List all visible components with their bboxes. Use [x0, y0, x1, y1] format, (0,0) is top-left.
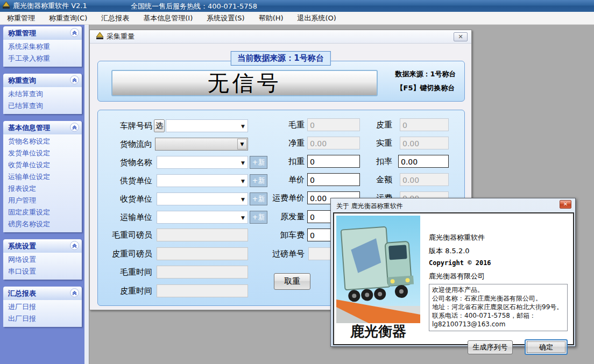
group-body: 系统采集称重 手工录入称重 — [3, 40, 82, 67]
collapse-icon[interactable] — [70, 288, 79, 299]
sidebar-item-shipper[interactable]: 发货单位设定 — [8, 147, 82, 159]
sidebar-group-summary-report: 汇总报表 进厂日报 出厂日报 — [3, 287, 82, 327]
flow-label: 货物流向 — [95, 137, 152, 151]
plate-combo[interactable]: ▼ — [166, 119, 248, 132]
dropdown-icon: ▼ — [241, 215, 245, 220]
collapse-icon[interactable] — [70, 75, 79, 86]
group-title: 称重查询 — [8, 76, 36, 85]
sidebar-group-header[interactable]: 称重查询 — [3, 74, 82, 87]
collapse-icon[interactable] — [70, 123, 79, 133]
gross-operator-label: 毛重司磅员 — [95, 228, 152, 242]
menu-help[interactable]: 帮助(H) — [252, 12, 291, 25]
source-info-text: 数据来源：1号称台 — [387, 69, 464, 79]
ok-button[interactable]: 确定 — [525, 339, 568, 355]
app-logo-icon — [2, 2, 10, 10]
about-dialog: 关于 鹿光衡器称重软件 ✕ — [330, 198, 576, 347]
signal-panel: 无信号 数据来源：1号称台 【F5】键切换称台 — [97, 61, 465, 102]
sidebar-item-outbound-daily[interactable]: 出厂日报 — [8, 313, 82, 325]
group-title: 汇总报表 — [8, 289, 36, 298]
sidebar-item-settled-query[interactable]: 已结算查询 — [8, 100, 82, 112]
sidebar: 称重管理 系统采集称重 手工录入称重 称重查询 未结算查询 已结算查询 基本信息… — [0, 25, 84, 364]
actual-field: 0.00 — [400, 137, 449, 149]
titlebar: 鹿光衡器称重软件 V2.1 全国统一售后服务热线：400-071-5758 — [0, 0, 594, 12]
about-dialog-body: 鹿光衡器 鹿光衡器称重软件 版本 8.5.2.0 Copyright © 201… — [333, 212, 574, 345]
tare-time-field — [157, 284, 248, 297]
sidebar-item-inbound-daily[interactable]: 进厂日报 — [8, 301, 82, 313]
sidebar-group-header[interactable]: 汇总报表 — [3, 287, 82, 300]
menu-weigh-mgmt[interactable]: 称重管理 — [0, 12, 42, 25]
generate-serial-button[interactable]: 生成序列号 — [468, 340, 513, 354]
sidebar-item-fixed-tare[interactable]: 固定皮重设定 — [8, 206, 82, 218]
unload-fee-label: 卸车费 — [251, 228, 305, 242]
price-label: 单价 — [251, 173, 305, 187]
group-title: 系统设置 — [8, 241, 36, 251]
tare-operator-field — [157, 247, 248, 260]
scale-icon — [96, 32, 104, 41]
hotline-text: 全国统一售后服务热线：400-071-5758 — [131, 2, 257, 11]
sidebar-group-basic-info: 基本信息管理 货物名称设定 发货单位设定 收货单位设定 运输单位设定 报表设定 … — [3, 121, 82, 232]
dialog-close-icon[interactable]: ✕ — [560, 200, 571, 209]
window-titlebar[interactable]: 采集重量 — [90, 30, 471, 44]
transport-combo[interactable]: ▼ — [157, 211, 248, 224]
dropdown-icon: ▼ — [241, 197, 245, 202]
menu-system-settings[interactable]: 系统设置(S) — [200, 12, 251, 25]
sidebar-item-scale-house[interactable]: 磅房名称设定 — [8, 218, 82, 230]
sidebar-group-header[interactable]: 称重管理 — [3, 26, 82, 40]
cargo-combo[interactable]: ▼ — [157, 156, 248, 169]
sidebar-item-receiver[interactable]: 收货单位设定 — [8, 159, 82, 171]
rate-field[interactable]: 0.00 — [398, 155, 449, 168]
truck-image: 鹿光衡器 — [336, 216, 420, 342]
menu-weigh-query[interactable]: 称重查询(C) — [42, 12, 94, 25]
sidebar-group-system-settings: 系统设置 网络设置 串口设置 — [3, 239, 82, 280]
about-version: 版本 8.5.2.0 — [429, 246, 470, 256]
sidebar-item-system-collect[interactable]: 系统采集称重 — [8, 41, 82, 53]
take-weight-button[interactable]: 取重 — [274, 273, 310, 290]
rate-label: 扣率 — [341, 154, 392, 168]
transport-label: 运输单位 — [95, 210, 152, 224]
flow-combo[interactable]: ▼ — [155, 138, 248, 151]
plate-select-button[interactable]: 选 — [154, 119, 165, 132]
receiver-combo[interactable]: ▼ — [157, 192, 248, 205]
sidebar-splitter[interactable] — [84, 25, 89, 364]
deduct-label: 扣重 — [251, 154, 305, 168]
current-source-banner: 当前数据来源：1号称台 — [230, 51, 330, 66]
menubar: 称重管理 称重查询(C) 汇总报表 基本信息管理(I) 系统设置(S) 帮助(H… — [0, 12, 594, 25]
about-dialog-title: 关于 鹿光衡器称重软件 — [336, 202, 403, 211]
menu-summary-report[interactable]: 汇总报表 — [94, 12, 136, 25]
collapse-icon[interactable] — [70, 241, 79, 252]
weight-signal-display: 无信号 — [111, 70, 378, 96]
supplier-combo[interactable]: ▼ — [157, 174, 248, 187]
sidebar-item-report-setting[interactable]: 报表设定 — [8, 183, 82, 195]
cargo-label: 货物名称 — [95, 155, 152, 169]
sidebar-item-unsettled-query[interactable]: 未结算查询 — [8, 88, 82, 100]
sidebar-item-user-mgmt[interactable]: 用户管理 — [8, 195, 82, 206]
group-body: 网络设置 串口设置 — [3, 253, 82, 280]
sidebar-group-header[interactable]: 系统设置 — [3, 239, 82, 253]
dropdown-icon: ▼ — [237, 139, 247, 149]
menu-exit[interactable]: 退出系统(O) — [291, 12, 343, 25]
sidebar-item-cargo-name[interactable]: 货物名称设定 — [8, 135, 82, 147]
menu-basic-info[interactable]: 基本信息管理(I) — [136, 12, 200, 25]
sidebar-item-transport[interactable]: 运输单位设定 — [8, 171, 82, 183]
group-title: 基本信息管理 — [8, 123, 50, 133]
net-label: 净重 — [251, 136, 305, 150]
dropdown-icon: ▼ — [241, 124, 245, 129]
dropdown-icon: ▼ — [241, 179, 245, 184]
supplier-label: 供货单位 — [95, 174, 152, 188]
sidebar-group-header[interactable]: 基本信息管理 — [3, 121, 82, 134]
tare-field: 0 — [400, 118, 449, 131]
about-info-box: 欢迎使用本产品。 公司名称：石家庄鹿光衡器有限公司。 地址：河北省石家庄鹿泉区石… — [429, 284, 568, 331]
receiver-label: 收货单位 — [95, 192, 152, 206]
original-label: 原发量 — [251, 210, 305, 224]
freight-price-label: 运费单价 — [251, 191, 305, 205]
app-title: 鹿光衡器称重软件 V2.1 — [13, 1, 87, 11]
gross-operator-field — [157, 229, 248, 241]
sidebar-item-manual-entry[interactable]: 手工录入称重 — [8, 53, 82, 65]
sidebar-group-weigh-query: 称重查询 未结算查询 已结算查询 — [3, 74, 82, 114]
sidebar-item-serial-settings[interactable]: 串口设置 — [8, 266, 82, 277]
sidebar-item-network-settings[interactable]: 网络设置 — [8, 254, 82, 266]
window-close-icon[interactable]: ✕ — [454, 32, 468, 41]
switch-hint-text: 【F5】键切换称台 — [387, 83, 464, 93]
tare-operator-label: 皮重司磅员 — [95, 247, 152, 261]
collapse-icon[interactable] — [70, 28, 79, 39]
